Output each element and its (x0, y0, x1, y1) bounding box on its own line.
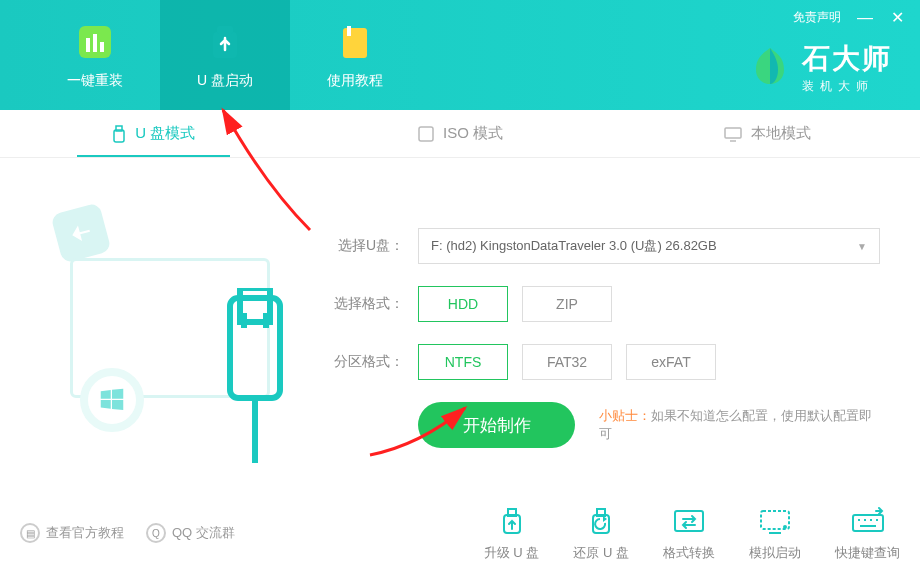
start-create-button[interactable]: 开始制作 (418, 402, 575, 448)
svg-rect-3 (100, 42, 104, 52)
qq-group-link[interactable]: Q QQ 交流群 (146, 523, 235, 543)
format-convert-icon (668, 504, 710, 538)
qq-icon: Q (146, 523, 166, 543)
nav-tab-usb-boot[interactable]: U 盘启动 (160, 0, 290, 110)
svg-rect-5 (217, 26, 233, 34)
upgrade-usb-icon (491, 504, 533, 538)
minimize-button[interactable]: — (855, 9, 875, 27)
svg-rect-11 (725, 128, 741, 138)
restore-usb-icon (580, 504, 622, 538)
monitor-icon (723, 126, 743, 142)
keyboard-icon (847, 504, 889, 538)
svg-rect-25 (853, 515, 883, 531)
illustration (40, 198, 300, 458)
partition-option-exfat[interactable]: exFAT (626, 344, 716, 380)
svg-point-23 (783, 525, 787, 529)
official-tutorial-link[interactable]: ▤ 查看官方教程 (20, 523, 124, 543)
book-icon (333, 20, 377, 64)
close-button[interactable]: ✕ (889, 8, 906, 27)
nav-tab-label: U 盘启动 (197, 72, 253, 90)
svg-rect-1 (86, 38, 90, 52)
usb-illustration-icon (210, 288, 300, 472)
partition-label: 分区格式： (330, 353, 404, 371)
mode-tab-label: ISO 模式 (443, 124, 503, 143)
select-disk-value: F: (hd2) KingstonDataTraveler 3.0 (U盘) 2… (431, 237, 717, 255)
disclaimer-link[interactable]: 免责声明 (793, 9, 841, 26)
usb-shield-icon (203, 20, 247, 64)
nav-tab-label: 一键重装 (67, 72, 123, 90)
tip-label: 小贴士： (599, 408, 651, 423)
partition-option-ntfs[interactable]: NTFS (418, 344, 508, 380)
svg-rect-6 (343, 28, 367, 58)
svg-rect-9 (116, 126, 122, 131)
book-circle-icon: ▤ (20, 523, 40, 543)
select-disk-label: 选择U盘： (330, 237, 404, 255)
usb-icon (111, 124, 127, 144)
tool-simulate-boot[interactable]: 模拟启动 (749, 504, 801, 562)
svg-rect-7 (347, 26, 351, 36)
nav-tab-tutorial[interactable]: 使用教程 (290, 0, 420, 110)
tool-restore-usb[interactable]: 还原 U 盘 (573, 504, 629, 562)
partition-option-fat32[interactable]: FAT32 (522, 344, 612, 380)
brand-logo-icon (748, 44, 792, 92)
nav-tab-label: 使用教程 (327, 72, 383, 90)
mode-tab-usb[interactable]: U 盘模式 (0, 110, 307, 157)
bar-chart-icon (73, 20, 117, 64)
svg-rect-8 (114, 130, 124, 142)
svg-rect-21 (675, 511, 703, 531)
svg-rect-2 (93, 34, 97, 52)
format-option-hdd[interactable]: HDD (418, 286, 508, 322)
mode-tab-label: U 盘模式 (135, 124, 195, 143)
tool-format-convert[interactable]: 格式转换 (663, 504, 715, 562)
simulate-boot-icon (754, 504, 796, 538)
chevron-down-icon: ▼ (857, 241, 867, 252)
mode-tab-label: 本地模式 (751, 124, 811, 143)
svg-rect-10 (419, 127, 433, 141)
brand-subtitle: 装机大师 (802, 78, 892, 95)
mode-tab-local[interactable]: 本地模式 (613, 110, 920, 157)
mode-tab-iso[interactable]: ISO 模式 (307, 110, 614, 157)
windows-badge-icon (80, 368, 144, 432)
format-option-zip[interactable]: ZIP (522, 286, 612, 322)
brand-title: 石大师 (802, 40, 892, 78)
iso-icon (417, 125, 435, 143)
tool-upgrade-usb[interactable]: 升级 U 盘 (484, 504, 540, 562)
nav-tab-reinstall[interactable]: 一键重装 (30, 0, 160, 110)
tool-hotkey-query[interactable]: 快捷键查询 (835, 504, 900, 562)
select-disk-dropdown[interactable]: F: (hd2) KingstonDataTraveler 3.0 (U盘) 2… (418, 228, 880, 264)
format-label: 选择格式： (330, 295, 404, 313)
